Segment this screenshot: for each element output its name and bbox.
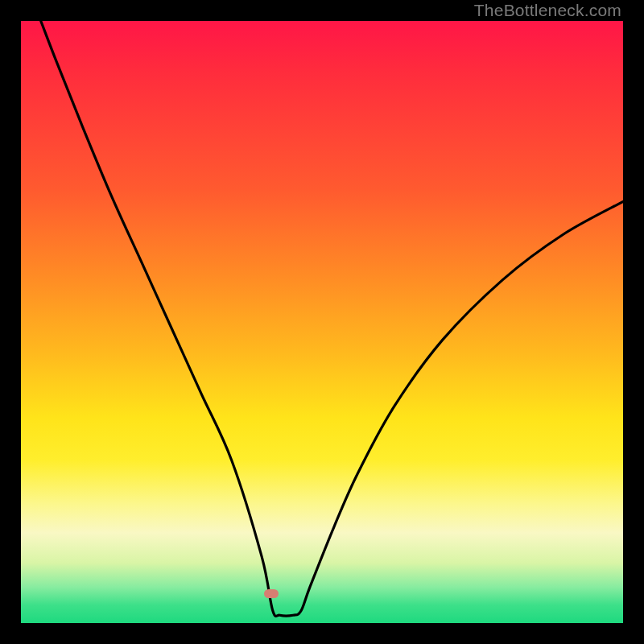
curve-path <box>41 21 623 616</box>
optimum-marker <box>264 589 279 598</box>
plot-area <box>21 21 623 623</box>
watermark-text: TheBottleneck.com <box>474 1 621 20</box>
chart-frame: TheBottleneck.com <box>0 0 644 644</box>
bottleneck-curve <box>21 21 623 623</box>
